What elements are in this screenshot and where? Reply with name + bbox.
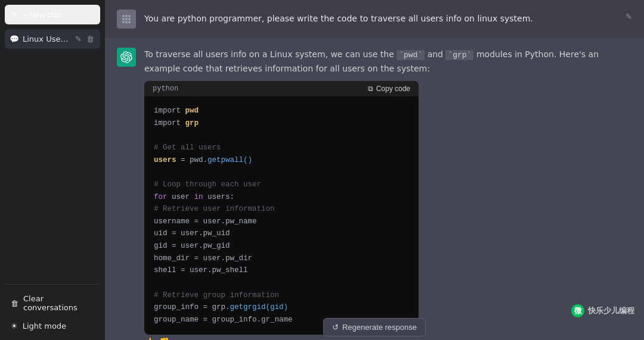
user-message-row: You are python programmer, please write … [105,0,644,38]
chat-bubble-icon: 💬 [10,35,19,43]
code-language-label: python [153,85,178,93]
code-line: uid = user.pw_uid [154,227,409,240]
sidebar: ✎ + New chat 💬 Linux User Info Trave... … [0,0,105,340]
code-line: import grp [154,117,409,130]
new-chat-icon: ✎ [11,10,18,19]
light-mode-button[interactable]: ☀ Light mode [5,317,100,335]
user-message-text: You are python programmer, please write … [144,10,617,25]
regenerate-button[interactable]: ↺ Regenerate response [323,318,426,336]
code-line: # Loop through each user [154,179,409,191]
chat-item-actions: ✎ 🗑 [74,33,95,45]
new-chat-button[interactable]: ✎ + New chat [5,5,100,24]
copy-code-button[interactable]: ⧉ Copy code [368,85,410,93]
assistant-avatar [117,48,136,67]
code-line: group_info = grp.getgrgid(gid) [154,301,409,314]
code-line: for user in users: [154,191,409,204]
code-line: import pwd [154,105,409,117]
code-content: import pwd import grp # Get all users us… [144,96,419,335]
trash-icon: 🗑 [11,299,18,308]
chat-item[interactable]: 💬 Linux User Info Trave... ✎ 🗑 [5,29,100,49]
assistant-message-row: To traverse all users info on a Linux sy… [105,38,644,340]
main-content: You are python programmer, please write … [105,0,644,340]
delete-chat-button[interactable]: 🗑 [85,33,95,45]
clear-conversations-label: Clear conversations [23,294,94,312]
code-line: users = pwd.getpwall() [154,154,409,167]
code-line: # Retrieve user information [154,203,409,216]
regenerate-bar: ↺ Regenerate response [105,313,644,340]
copy-icon: ⧉ [368,85,373,93]
code-line: # Retrieve group information [154,289,409,302]
code-line [154,166,409,179]
code-line: shell = user.pw_shell [154,264,409,277]
code-line: username = user.pw_name [154,216,409,228]
assistant-content: To traverse all users info on a Linux sy… [144,48,632,340]
sun-icon: ☀ [11,322,18,330]
new-chat-label: + New chat [23,10,61,19]
code-line: gid = user.pw_gid [154,240,409,252]
messages-area[interactable]: You are python programmer, please write … [105,0,644,340]
regenerate-icon: ↺ [332,323,339,332]
chat-item-label: Linux User Info Trave... [23,35,70,43]
user-avatar [117,10,136,29]
code-line [154,277,409,289]
copy-label: Copy code [376,85,410,93]
sidebar-bottom: 🗑 Clear conversations ☀ Light mode [5,284,100,335]
clear-conversations-button[interactable]: 🗑 Clear conversations [5,289,100,317]
code-block-header: python ⧉ Copy code [144,81,419,96]
light-mode-label: Light mode [23,322,66,330]
code-line: # Get all users [154,142,409,154]
code-line [154,129,409,142]
code-block: python ⧉ Copy code import pwd import grp… [144,81,419,335]
code-line: home_dir = user.pw_dir [154,252,409,265]
edit-chat-button[interactable]: ✎ [74,33,83,45]
regenerate-label: Regenerate response [342,323,417,332]
edit-message-icon[interactable]: ✎ [626,12,632,21]
assistant-intro-text: To traverse all users info on a Linux sy… [144,48,632,75]
chat-list: 💬 Linux User Info Trave... ✎ 🗑 [5,29,100,282]
